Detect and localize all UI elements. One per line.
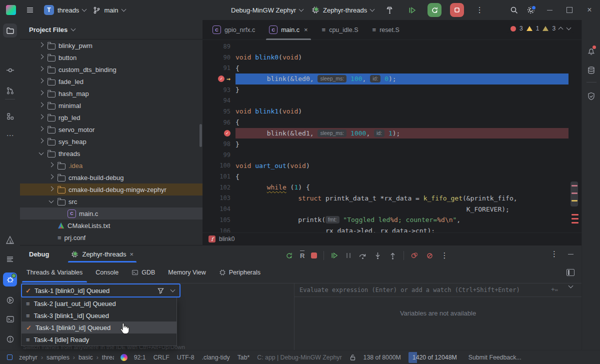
stripe-mark[interactable] bbox=[572, 218, 578, 220]
gutter[interactable]: ✓ bbox=[202, 130, 236, 136]
tree-row[interactable]: rgb_led bbox=[20, 112, 202, 124]
inspections-widget[interactable]: 3 1 3 bbox=[508, 23, 574, 34]
gutter[interactable]: 94 bbox=[202, 97, 236, 104]
project-tool-button[interactable] bbox=[3, 24, 17, 38]
tree-chevron-icon[interactable] bbox=[48, 164, 54, 166]
editor-tab[interactable]: ≡cpu_idle.S bbox=[315, 20, 366, 40]
gutter[interactable]: 104 bbox=[202, 206, 236, 212]
commit-tool-button[interactable] bbox=[3, 63, 17, 77]
status-breadcrumb[interactable]: samples bbox=[46, 354, 70, 361]
gutter[interactable]: 100 bbox=[202, 162, 236, 169]
tree-row[interactable]: .idea bbox=[20, 160, 202, 172]
pull-requests-tool-button[interactable] bbox=[3, 84, 17, 98]
thread-list-item[interactable]: ≡Task-4 [idle] Ready bbox=[22, 334, 176, 346]
run-config-selector[interactable]: Debug-MinGW Zephyr bbox=[231, 6, 303, 14]
status-breadcrumb[interactable]: basic bbox=[78, 354, 93, 361]
breadcrumb[interactable]: blink0 bbox=[219, 236, 234, 242]
resume-program-button[interactable] bbox=[405, 3, 419, 17]
resolve-context[interactable]: C: app | Debug-MinGW Zephyr bbox=[257, 354, 342, 361]
tree-chevron-icon[interactable] bbox=[48, 176, 54, 178]
tree-row[interactable]: cmake-build-debug bbox=[20, 172, 202, 184]
heap-indicator[interactable]: 138 of 8000M bbox=[364, 354, 401, 361]
hide-panel-button[interactable] bbox=[568, 254, 574, 254]
more-debug-actions[interactable]: ⋮ bbox=[440, 251, 448, 260]
thread-selector[interactable]: ✓ Task-1 [blink0_id] Queued bbox=[21, 284, 180, 298]
gutter[interactable]: 95 bbox=[202, 108, 236, 115]
rerun-debugger-button[interactable] bbox=[428, 3, 442, 17]
tree-row[interactable]: servo_motor bbox=[20, 124, 202, 136]
mute-breakpoints-icon[interactable] bbox=[426, 252, 434, 260]
project-scrollbar[interactable] bbox=[200, 124, 202, 147]
layout-settings-button[interactable] bbox=[566, 269, 574, 276]
debug-tab-peripherals[interactable]: Peripherals bbox=[212, 262, 267, 282]
services-tool-button[interactable] bbox=[3, 293, 17, 307]
gutter[interactable]: ✓→ bbox=[202, 75, 236, 82]
tree-chevron-icon[interactable] bbox=[38, 44, 44, 46]
rerun-debug-icon[interactable] bbox=[285, 252, 294, 260]
tree-chevron-icon[interactable] bbox=[38, 92, 44, 94]
main-menu-button[interactable] bbox=[23, 3, 37, 17]
breakpoint-icon[interactable]: ✓ bbox=[218, 76, 224, 82]
next-problem-button[interactable] bbox=[566, 26, 572, 30]
code-editor[interactable]: 8990void blink0(void)91{✓→ blink(&led0, … bbox=[202, 41, 582, 232]
editor-tab[interactable]: ≡reset.S bbox=[366, 20, 406, 40]
submit-feedback[interactable]: Submit Feedback... bbox=[468, 354, 522, 361]
tree-chevron-icon[interactable] bbox=[38, 128, 44, 130]
coverage-tool-button[interactable] bbox=[584, 89, 598, 103]
terminal-tool-button[interactable] bbox=[3, 312, 17, 326]
tree-row[interactable]: src bbox=[20, 196, 202, 208]
evaluate-expression-input[interactable]: Evaluate expression (Enter) or add a wat… bbox=[294, 284, 582, 297]
prev-problem-button[interactable] bbox=[558, 27, 564, 32]
close-tab-icon[interactable]: × bbox=[304, 26, 308, 34]
gutter[interactable]: 98 bbox=[202, 140, 236, 148]
stop-debug-icon[interactable] bbox=[311, 252, 317, 258]
thread-list-item[interactable]: ≡Task-3 [blink1_id] Queued bbox=[22, 310, 176, 322]
breakpoint-icon[interactable]: ✓ bbox=[224, 130, 230, 136]
pause-icon[interactable] bbox=[345, 252, 352, 259]
search-everywhere-button[interactable] bbox=[507, 3, 521, 17]
minimize-button[interactable] bbox=[541, 0, 558, 20]
tree-chevron-icon[interactable] bbox=[48, 200, 54, 202]
filter-icon[interactable] bbox=[158, 288, 164, 294]
tree-chevron-icon[interactable] bbox=[38, 56, 44, 58]
step-into-icon[interactable] bbox=[374, 252, 382, 260]
tree-row[interactable]: button bbox=[20, 52, 202, 64]
resume-icon[interactable] bbox=[330, 252, 338, 260]
view-breakpoints-icon[interactable] bbox=[410, 252, 419, 260]
tree-row[interactable]: sys_heap bbox=[20, 136, 202, 148]
line-separator[interactable]: CRLF bbox=[154, 354, 170, 361]
tree-chevron-icon[interactable] bbox=[38, 140, 44, 142]
tree-chevron-icon[interactable] bbox=[38, 152, 44, 154]
stripe-mark[interactable] bbox=[572, 222, 578, 224]
more-actions-button[interactable]: ⋮ bbox=[472, 3, 486, 17]
memory-indicator[interactable]: 1420 of 12048M bbox=[408, 352, 461, 363]
debug-session-selector[interactable]: Zephyr-threads bbox=[312, 6, 374, 14]
cmake-tool-button[interactable] bbox=[3, 233, 17, 247]
tree-chevron-icon[interactable] bbox=[38, 104, 44, 106]
database-tool-button[interactable] bbox=[584, 63, 598, 77]
stop-button[interactable] bbox=[450, 3, 464, 17]
close-button[interactable]: × bbox=[581, 0, 598, 20]
editor-tab[interactable]: Cmain.c× bbox=[262, 20, 314, 40]
build-button[interactable] bbox=[382, 3, 396, 17]
debug-tab-console[interactable]: Console bbox=[89, 262, 125, 282]
tree-row[interactable]: custom_dts_binding bbox=[20, 64, 202, 76]
tree-row[interactable]: cmake-build-debug-mingw-zephyr bbox=[20, 184, 202, 196]
stripe-mark[interactable] bbox=[572, 214, 578, 216]
gutter[interactable]: 96 bbox=[202, 119, 236, 126]
file-encoding[interactable]: UTF-8 bbox=[177, 354, 194, 361]
clang-tidy[interactable]: .clang-tidy bbox=[202, 354, 230, 361]
chevron-down-icon[interactable] bbox=[170, 288, 176, 292]
problems-tool-button[interactable] bbox=[3, 332, 17, 346]
tree-chevron-icon[interactable] bbox=[48, 188, 54, 190]
caret-position[interactable]: 92:1 bbox=[134, 354, 146, 361]
status-breadcrumb[interactable]: zephyr bbox=[19, 354, 38, 361]
tree-chevron-icon[interactable] bbox=[38, 116, 44, 118]
gutter[interactable]: 99 bbox=[202, 152, 236, 158]
gutter[interactable]: 101 bbox=[202, 173, 236, 180]
tree-row[interactable]: hash_map bbox=[20, 88, 202, 100]
debug-session-tab[interactable]: Zephyr-threads × bbox=[68, 246, 136, 262]
indent-style[interactable]: Tab* bbox=[238, 354, 250, 361]
tree-row[interactable]: threads bbox=[20, 148, 202, 160]
logs-tool-button[interactable] bbox=[3, 252, 17, 266]
